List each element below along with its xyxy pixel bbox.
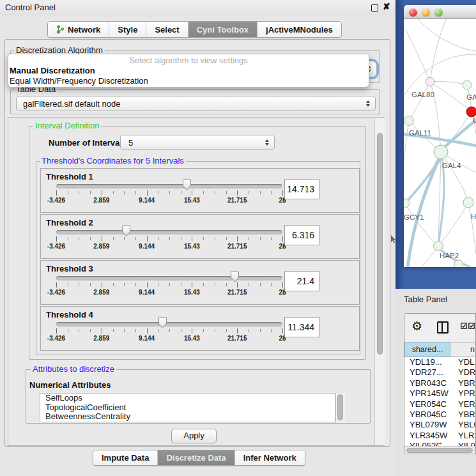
- tab-select[interactable]: Select: [146, 22, 188, 37]
- tick-label: 21.715: [227, 197, 247, 204]
- network-node[interactable]: [463, 197, 473, 208]
- network-node[interactable]: [404, 199, 410, 208]
- attribute-list-item[interactable]: BetweennessCentrality: [40, 412, 335, 422]
- network-node-label: HAP2: [440, 252, 459, 259]
- tab-infer-network[interactable]: Infer Network: [235, 450, 305, 465]
- number-of-intervals-combobox[interactable]: 5: [120, 135, 275, 150]
- scrollbar-thumb[interactable]: [377, 133, 383, 355]
- network-edge[interactable]: [404, 121, 409, 161]
- network-edge[interactable]: [404, 55, 476, 96]
- control-panel-window: Control Panel ✘ Network Style Select Cyn…: [0, 0, 395, 476]
- settings-vertical-scrollbar[interactable]: [374, 118, 385, 445]
- threshold-4-value-field[interactable]: 11.344: [284, 317, 319, 337]
- table-cell: YDR27...: [404, 367, 453, 378]
- table-horizontal-scrollbar[interactable]: [404, 446, 476, 454]
- threshold-3-slider-thumb[interactable]: [231, 272, 239, 282]
- column-header-shared-name[interactable]: shared...: [404, 342, 450, 357]
- threshold-4-slider-thumb[interactable]: [158, 318, 167, 328]
- table-cell: YBR0: [453, 410, 476, 420]
- network-icon: [56, 25, 65, 34]
- zoom-traffic-light-icon[interactable]: [434, 8, 443, 17]
- apply-button[interactable]: Apply: [171, 429, 217, 443]
- network-edge[interactable]: [430, 19, 446, 82]
- table-header-row: shared... n: [404, 342, 476, 357]
- network-node[interactable]: [463, 81, 472, 89]
- window-title: Control Panel: [5, 3, 56, 12]
- network-edge[interactable]: [441, 152, 468, 203]
- minimize-traffic-light-icon[interactable]: [422, 8, 430, 17]
- popup-option-manual-discretization[interactable]: Manual Discretization: [8, 66, 369, 76]
- checkbox-icon: [461, 323, 467, 329]
- table-data-combobox[interactable]: galFiltered.sif default node: [16, 96, 376, 111]
- threshold-1-slider-thumb[interactable]: [183, 180, 191, 190]
- combo-arrows-icon: [366, 100, 370, 107]
- scrollbar-thumb[interactable]: [406, 448, 473, 453]
- tab-jactivemnodules[interactable]: jActiveMNodules: [257, 22, 341, 37]
- threshold-4-slider-track[interactable]: [56, 322, 282, 326]
- network-node-label: C: [473, 116, 476, 124]
- threshold-1-value-field[interactable]: 14.713: [284, 179, 319, 199]
- table-row[interactable]: YDR27...YDR2: [404, 367, 476, 378]
- tick-label: -3.426: [47, 243, 65, 250]
- network-node[interactable]: [434, 242, 443, 251]
- network-edge[interactable]: [468, 203, 476, 254]
- float-window-icon[interactable]: [371, 4, 378, 12]
- threshold-3-value-field[interactable]: 21.4: [284, 271, 319, 291]
- tab-cyni-toolbox[interactable]: Cyni Toolbox: [188, 22, 257, 37]
- tab-style[interactable]: Style: [109, 22, 146, 37]
- network-edge[interactable]: [406, 31, 430, 82]
- table-cell: YER0: [453, 399, 476, 410]
- network-window-titlebar[interactable]: [404, 5, 476, 19]
- attributes-group-label: Attributes to discretize: [31, 365, 116, 373]
- table-row[interactable]: YBR045CYBR0: [404, 410, 476, 420]
- attributes-list-scrollbar[interactable]: [335, 393, 345, 422]
- network-edge[interactable]: [409, 82, 430, 121]
- algorithm-dropdown-popup: Select algorithm to view settings Manual…: [8, 54, 369, 88]
- threshold-2-slider-thumb[interactable]: [122, 226, 130, 236]
- threshold-2-value-field[interactable]: 6.316: [284, 225, 319, 245]
- network-node[interactable]: [426, 77, 434, 86]
- table-row[interactable]: YBL079WYBL0: [404, 420, 476, 430]
- threshold-3-slider-track[interactable]: [56, 276, 282, 280]
- threshold-1-slider-track[interactable]: [56, 184, 282, 188]
- close-traffic-light-icon[interactable]: [409, 8, 417, 17]
- table-row[interactable]: YLR345WYLR3: [404, 431, 476, 441]
- scrollbar-thumb[interactable]: [337, 394, 343, 420]
- network-node[interactable]: [434, 145, 448, 159]
- popup-option-equal-width-frequency[interactable]: Equal Width/Frequency Discretization: [8, 76, 369, 86]
- column-header-name[interactable]: n: [450, 342, 476, 357]
- network-node[interactable]: [454, 260, 463, 267]
- slider-tick-labels: -3.4262.8599.14415.4321.71528: [56, 289, 282, 296]
- network-edge[interactable]: [430, 81, 467, 85]
- tick-label: 2.859: [93, 197, 109, 204]
- network-edge[interactable]: [418, 19, 476, 51]
- tab-discretize-data[interactable]: Discretize Data: [158, 450, 234, 465]
- attribute-list-item[interactable]: SelfLoops: [40, 394, 335, 403]
- threshold-4-label: Threshold 4: [46, 310, 93, 319]
- table-row[interactable]: YPR145WYPR1: [404, 388, 476, 399]
- tick-label: 21.715: [227, 335, 247, 342]
- table-cell: YBL079W: [404, 420, 453, 430]
- network-node[interactable]: [466, 107, 476, 117]
- select-columns-icons[interactable]: [461, 323, 475, 329]
- table-cell: YDL1: [453, 357, 476, 367]
- network-node[interactable]: [404, 116, 414, 126]
- table-settings-gear-icon[interactable]: ⚙: [411, 319, 422, 333]
- tab-impute-data[interactable]: Impute Data: [93, 450, 158, 465]
- network-edge[interactable]: [405, 203, 438, 246]
- table-row[interactable]: YDL19...YDL1: [404, 357, 476, 367]
- attribute-list-item[interactable]: TopologicalCoefficient: [40, 403, 335, 413]
- table-row[interactable]: YBR043CYBR0: [404, 378, 476, 388]
- column-layout-icon[interactable]: [437, 321, 449, 334]
- network-node-label: GAL80: [411, 91, 434, 98]
- threshold-4-panel: Threshold 4 -3.4262.8599.14415.4321.7152…: [40, 306, 360, 351]
- table-row[interactable]: YER054CYER0: [404, 399, 476, 410]
- close-window-icon[interactable]: ✘: [383, 1, 390, 12]
- tick-label: 9.144: [139, 243, 155, 250]
- number-of-intervals-value: 5: [128, 135, 133, 150]
- tick-label: 15.43: [184, 289, 200, 296]
- threshold-2-slider-track[interactable]: [56, 230, 282, 234]
- tick-label: 21.715: [227, 243, 247, 250]
- tab-network[interactable]: Network: [48, 22, 109, 37]
- network-canvas[interactable]: GAL80GACGAL11GAL4GCY1HHAP2: [404, 19, 476, 267]
